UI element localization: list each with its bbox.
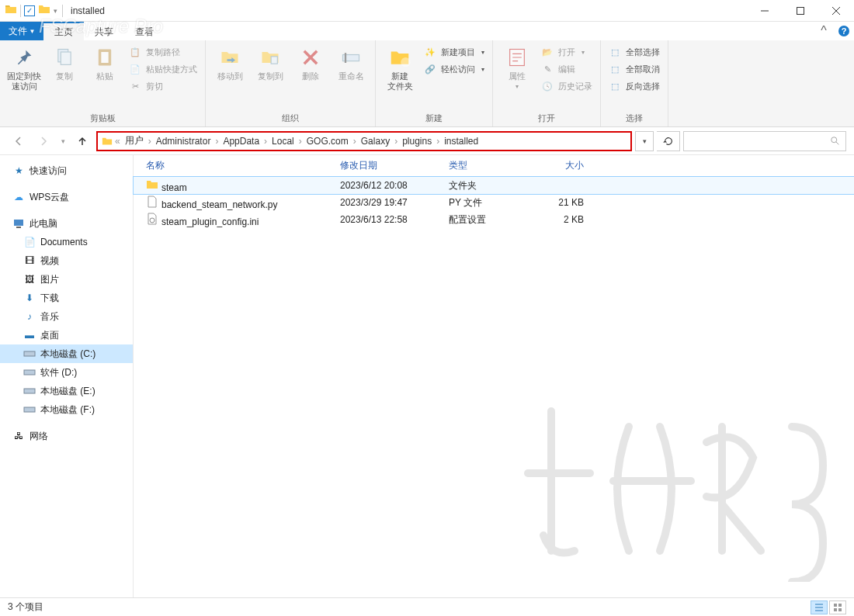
sidebar-music[interactable]: ♪音乐 [0,307,133,326]
tab-view[interactable]: 查看 [124,22,165,40]
forward-button[interactable] [33,130,54,152]
tab-home[interactable]: 主页 [43,22,84,40]
recent-dropdown[interactable]: ▾ [57,130,68,152]
svg-rect-6 [101,52,108,63]
search-input[interactable] [683,131,846,151]
sidebar-network[interactable]: 🖧网络 [0,427,133,445]
group-label: 选择 [606,112,663,126]
folder-icon [5,3,17,19]
sidebar-desktop[interactable]: ▬桌面 [0,326,133,344]
picture-icon: 🖼 [23,273,36,286]
pc-icon [12,217,25,230]
col-type[interactable]: 类型 [443,159,536,172]
copy-to-button[interactable]: 复制到 [251,42,290,85]
breadcrumb[interactable]: « 用户› Administrator› AppData› Local› GOG… [96,131,632,151]
file-list: 名称 修改日期 类型 大小 steam 2023/6/12 20:08 文件夹 … [134,155,854,597]
sidebar-quick-access[interactable]: ★快速访问 [0,161,133,180]
svg-rect-13 [14,220,23,226]
easy-access-button[interactable]: 🔗轻松访问▾ [421,61,488,78]
view-icons-button[interactable] [829,600,846,614]
svg-text:?: ? [842,26,847,36]
file-row[interactable]: backend_steam_network.py 2023/3/29 19:47… [134,194,854,211]
group-label: 剪贴板 [5,112,200,126]
network-icon: 🖧 [12,430,25,442]
up-button[interactable] [71,130,93,152]
newitem-icon: ✨ [424,46,436,58]
col-size[interactable]: 大小 [536,159,590,172]
copy-button[interactable]: 复制 [45,42,84,85]
new-item-button[interactable]: ✨新建项目▾ [421,43,488,61]
refresh-button[interactable] [657,131,680,151]
invert-icon: ⬚ [609,80,621,92]
history-button[interactable]: 🕓历史记录 [538,78,595,95]
sidebar-documents[interactable]: 📄Documents [0,233,133,251]
move-to-button[interactable]: 移动到 [210,42,249,85]
edit-button[interactable]: ✎编辑 [538,61,595,78]
copyto-icon [258,45,283,70]
maximize-button[interactable] [783,0,818,22]
col-name[interactable]: 名称 [140,159,334,172]
sidebar-this-pc[interactable]: 此电脑 [0,214,133,233]
desktop-icon: ▬ [23,329,36,341]
properties-button[interactable]: 属性▾ [498,42,536,93]
pin-quickaccess-button[interactable]: 固定到快速访问 [5,42,43,95]
qat-checkbox[interactable]: ✓ [24,5,35,16]
rename-button[interactable]: 重命名 [332,42,370,85]
delete-button[interactable]: 删除 [291,42,330,85]
tab-share[interactable]: 共享 [84,22,124,40]
invert-selection-button[interactable]: ⬚反向选择 [606,78,663,95]
back-button[interactable] [8,130,30,152]
view-details-button[interactable] [811,600,828,614]
ribbon-collapse-icon[interactable]: ^ [814,22,834,40]
moveto-icon [217,45,242,70]
help-icon[interactable]: ? [834,22,854,40]
drive-icon [23,366,36,379]
music-icon: ♪ [23,310,36,323]
svg-rect-0 [797,7,804,14]
copy-path-button[interactable]: 📋复制路径 [126,43,200,61]
rename-icon [338,45,363,70]
sidebar-drive-c[interactable]: 本地磁盘 (C:) [0,344,133,363]
ribbon-group-organize: 移动到 复制到 删除 重命名 组织 [206,40,376,126]
copy-icon [52,45,77,70]
drive-icon [23,348,36,360]
tab-file[interactable]: 文件▼ [0,22,43,40]
ribbon: 固定到快速访问 复制 粘贴 📋复制路径 📄粘贴快捷方式 ✂剪切 剪贴板 移动到 … [0,40,854,127]
folder-icon [38,3,50,19]
new-folder-button[interactable]: 新建文件夹 [380,42,419,95]
qat-dropdown-icon[interactable]: ▾ [54,7,57,15]
sidebar-pictures[interactable]: 🖼图片 [0,270,133,289]
shortcut-icon: 📄 [129,63,141,75]
column-headers[interactable]: 名称 修改日期 类型 大小 [134,155,854,177]
sidebar-drive-d[interactable]: 软件 (D:) [0,363,133,382]
star-icon: ★ [12,164,25,177]
selectnone-icon: ⬚ [609,63,621,75]
file-row[interactable]: steam 2023/6/12 20:08 文件夹 [134,177,854,194]
drive-icon [23,385,36,397]
sidebar-downloads[interactable]: ⬇下载 [0,289,133,307]
open-button[interactable]: 📂打开▾ [538,43,595,61]
svg-rect-22 [834,608,837,611]
select-none-button[interactable]: ⬚全部取消 [606,61,663,78]
sidebar-wps[interactable]: ☁WPS云盘 [0,188,133,206]
close-button[interactable] [818,0,854,22]
sidebar-drive-f[interactable]: 本地磁盘 (F:) [0,400,133,419]
svg-rect-18 [24,407,35,412]
easyaccess-icon: 🔗 [424,63,436,75]
drive-icon [23,403,36,416]
select-all-button[interactable]: ⬚全部选择 [606,43,663,61]
svg-rect-21 [838,604,842,607]
file-row[interactable]: steam_plugin_config.ini 2023/6/13 22:58 … [134,211,854,228]
minimize-button[interactable] [747,0,783,22]
download-icon: ⬇ [23,292,36,304]
open-icon: 📂 [541,46,554,58]
breadcrumb-dropdown[interactable]: ▾ [635,131,654,151]
history-icon: 🕓 [541,80,554,92]
sidebar-drive-e[interactable]: 本地磁盘 (E:) [0,382,133,400]
ribbon-group-select: ⬚全部选择 ⬚全部取消 ⬚反向选择 选择 [601,40,668,126]
col-date[interactable]: 修改日期 [334,159,443,172]
sidebar-videos[interactable]: 🎞视频 [0,251,133,270]
cut-button[interactable]: ✂剪切 [126,78,200,95]
paste-button[interactable]: 粘贴 [85,42,124,85]
paste-shortcut-button[interactable]: 📄粘贴快捷方式 [126,61,200,78]
